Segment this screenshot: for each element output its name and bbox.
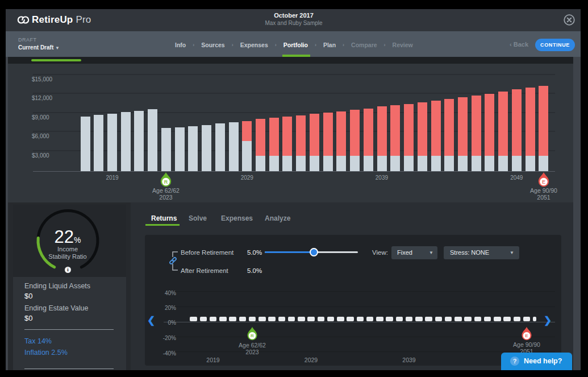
svg-text:E: E	[525, 333, 528, 338]
svg-text:R: R	[251, 333, 254, 338]
svg-text:E: E	[542, 179, 545, 185]
svg-text:R: R	[164, 179, 168, 185]
